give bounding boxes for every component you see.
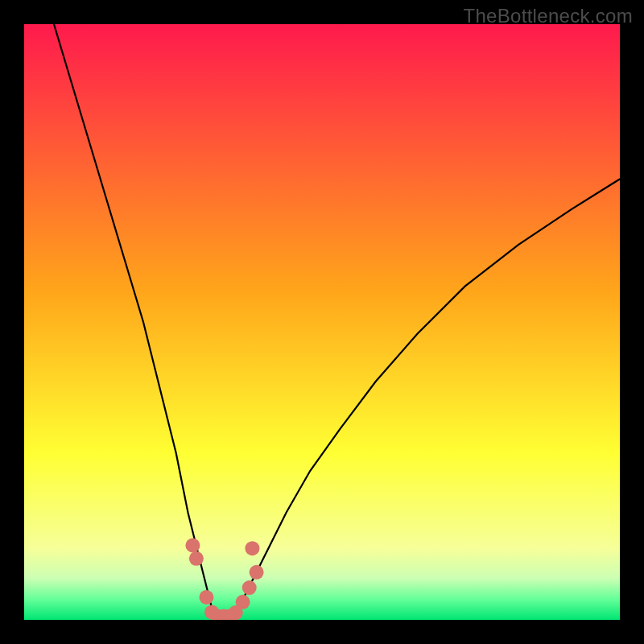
data-marker — [245, 541, 259, 555]
chart-svg — [24, 24, 620, 620]
data-marker — [242, 580, 257, 595]
data-marker — [185, 539, 200, 553]
plot-area — [24, 24, 620, 620]
gradient-background — [24, 24, 620, 620]
data-marker — [236, 595, 250, 609]
data-marker — [189, 551, 204, 566]
chart-frame: TheBottleneck.com — [0, 0, 644, 644]
data-marker — [199, 590, 213, 605]
data-marker — [250, 565, 264, 580]
